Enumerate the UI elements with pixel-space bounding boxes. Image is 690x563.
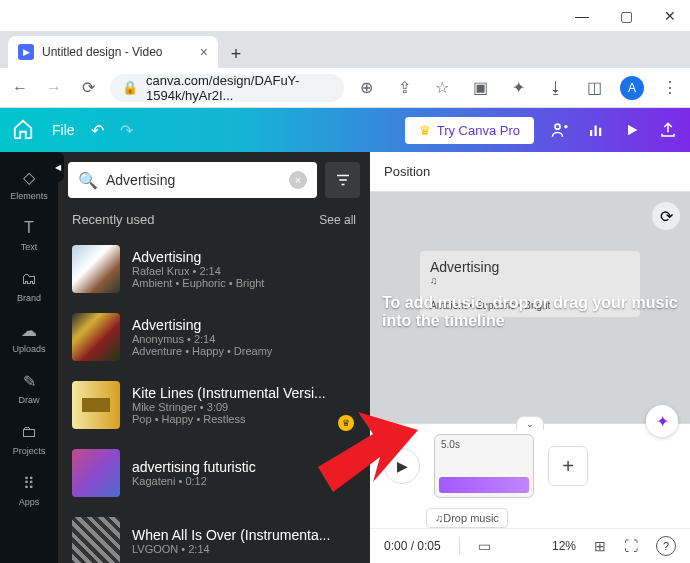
timeline: ⌄ ▶ 5.0s + ♫Drop music 0:00 / 0:05 ▭ [370,423,690,563]
rail-draw[interactable]: ✎ Draw [18,370,40,405]
fullscreen-icon[interactable]: ⛶ [624,538,638,554]
rail-uploads[interactable]: ☁ Uploads [12,319,45,354]
draw-icon: ✎ [18,370,40,392]
new-tab-button[interactable]: + [222,40,250,68]
audio-track[interactable]: AdvertisingAnonymus • 2:14Adventure • Ha… [68,303,360,371]
app-header: File ↶ ↷ ♛ Try Canva Pro [0,108,690,152]
collaborators-icon[interactable] [550,120,570,140]
zoom-level[interactable]: 12% [552,539,576,553]
browser-tab-strip: ▶ Untitled design - Video × + [0,32,690,68]
present-button[interactable] [622,120,642,140]
search-input[interactable] [106,172,281,188]
zoom-icon[interactable]: ⊕ [354,76,378,100]
pro-badge-icon: ♛ [338,415,354,431]
window-minimize-icon[interactable]: — [570,4,594,28]
analytics-icon[interactable] [586,120,606,140]
audio-track[interactable]: AdvertisingRafael Krux • 2:14Ambient • E… [68,235,360,303]
rail-brand[interactable]: 🗂 Brand [17,268,41,303]
home-button[interactable] [12,118,36,142]
side-rail: ◀ ◇ Elements T Text 🗂 Brand ☁ Uploads ✎ … [0,152,58,563]
see-all-link[interactable]: See all [319,213,356,227]
audio-panel: 🔍 × Recently used See all AdvertisingRaf… [58,152,370,563]
address-bar[interactable]: 🔒 canva.com/design/DAFuY-1594k/hyAr2I... [110,74,344,102]
canva-favicon-icon: ▶ [18,44,34,60]
sidepanel-icon[interactable]: ◫ [582,76,606,100]
window-maximize-icon[interactable]: ▢ [614,4,638,28]
search-box[interactable]: 🔍 × [68,162,317,198]
browser-tab[interactable]: ▶ Untitled design - Video × [8,36,218,68]
track-meta: Mike Stringer • 3:09 [132,401,356,413]
rail-projects[interactable]: 🗀 Projects [13,421,46,456]
track-title: Advertising [132,249,356,265]
download-icon[interactable]: ⭳ [544,76,568,100]
browser-toolbar: ← → ⟳ 🔒 canva.com/design/DAFuY-1594k/hyA… [0,68,690,108]
tab-title: Untitled design - Video [42,45,163,59]
rail-apps[interactable]: ⠿ Apps [18,472,40,507]
filter-button[interactable] [325,162,360,198]
bookmark-icon[interactable]: ☆ [430,76,454,100]
track-meta: Rafael Krux • 2:14 [132,265,356,277]
window-close-icon[interactable]: ✕ [658,4,682,28]
track-thumbnail [72,313,120,361]
svg-point-0 [555,124,560,129]
section-title: Recently used [72,212,154,227]
canvas-view[interactable]: ⟳ Advertising ♫ Ambient • Euphoric • Bri… [370,192,690,423]
site-info-icon[interactable]: 🔒 [122,80,138,95]
forward-button: → [42,76,66,100]
notes-icon[interactable]: ▭ [478,538,491,554]
track-meta: LVGOON • 2:14 [132,543,356,555]
extension-icon[interactable]: ▣ [468,76,492,100]
track-thumbnail [72,449,120,497]
music-note-icon: ♫ [430,275,630,286]
file-menu[interactable]: File [52,122,75,138]
audio-track[interactable]: Kite Lines (Instrumental Versi...Mike St… [68,371,360,439]
position-button[interactable]: Position [370,152,690,192]
rail-text[interactable]: T Text [18,217,40,252]
browser-menu-icon[interactable]: ⋮ [658,76,682,100]
reload-button[interactable]: ⟳ [76,76,100,100]
track-thumbnail [72,245,120,293]
apps-icon: ⠿ [18,472,40,494]
elements-icon: ◇ [18,166,40,188]
grid-view-icon[interactable]: ⊞ [594,538,606,554]
drop-music-slot[interactable]: ♫Drop music [426,508,508,528]
magic-button[interactable]: ✦ [646,405,678,437]
brand-icon: 🗂 [18,268,40,290]
track-thumbnail [72,381,120,429]
rail-collapse-icon[interactable]: ◀ [52,152,64,182]
profile-avatar[interactable]: A [620,76,644,100]
canvas-refresh-icon[interactable]: ⟳ [652,202,680,230]
track-thumbnail [72,517,120,563]
rail-elements[interactable]: ◇ Elements [10,166,48,201]
add-page-button[interactable]: + [548,446,588,486]
share-icon[interactable]: ⇪ [392,76,416,100]
extensions-puzzle-icon[interactable]: ✦ [506,76,530,100]
share-button[interactable] [658,120,678,140]
track-tags: Adventure • Happy • Dreamy [132,345,356,357]
help-button[interactable]: ? [656,536,676,556]
tab-close-icon[interactable]: × [200,44,208,60]
svg-rect-3 [599,128,601,136]
undo-button[interactable]: ↶ [91,121,104,140]
track-title: advertising futuristic [132,459,356,475]
back-button[interactable]: ← [8,76,32,100]
search-icon: 🔍 [78,171,98,190]
try-canva-pro-button[interactable]: ♛ Try Canva Pro [405,117,534,144]
audio-track[interactable]: When All Is Over (Instrumenta...LVGOON •… [68,507,360,563]
track-meta: Kagateni • 0:12 [132,475,356,487]
timeline-expand-icon[interactable]: ⌄ [516,416,544,430]
crown-icon: ♛ [419,123,431,138]
track-tags: Pop • Happy • Restless [132,413,356,425]
editor-area: Position ⟳ Advertising ♫ Ambient • Eupho… [370,152,690,563]
timeline-play-button[interactable]: ▶ [384,448,420,484]
audio-waveform-icon [439,477,529,493]
search-clear-icon[interactable]: × [289,171,307,189]
audio-track[interactable]: advertising futuristicKagateni • 0:12 [68,439,360,507]
track-title: When All Is Over (Instrumenta... [132,527,356,543]
projects-icon: 🗀 [18,421,40,443]
track-list: AdvertisingRafael Krux • 2:14Ambient • E… [58,235,370,563]
timeline-clip[interactable]: 5.0s [434,434,534,498]
track-tags: Ambient • Euphoric • Bright [132,277,356,289]
svg-rect-1 [590,130,592,136]
track-title: Advertising [132,317,356,333]
